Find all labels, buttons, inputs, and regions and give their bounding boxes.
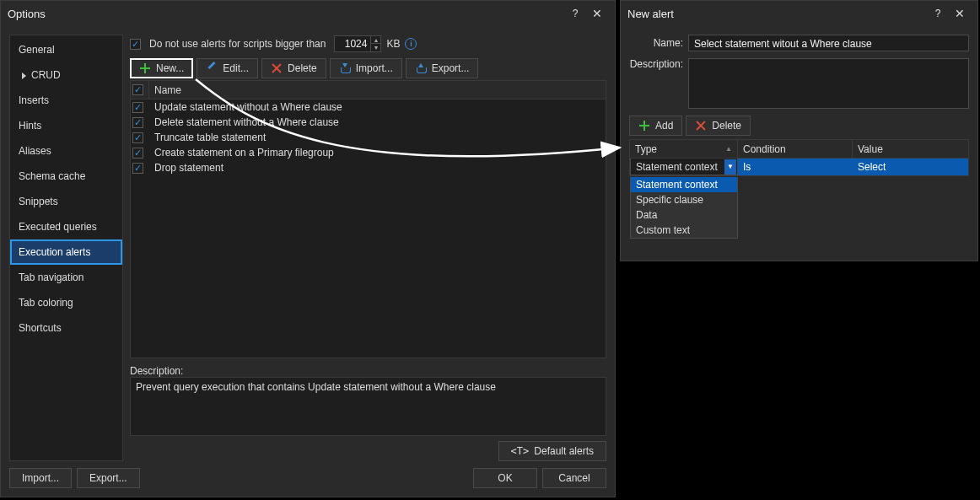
header-type[interactable]: Type ▲ xyxy=(630,140,738,158)
grid-header-name[interactable]: Name xyxy=(149,81,606,99)
type-dropdown-popup: Statement context Specific clause Data C… xyxy=(630,177,738,239)
chevron-down-icon[interactable]: ▼ xyxy=(724,159,736,175)
select-all-checkbox[interactable] xyxy=(132,84,143,95)
import-button[interactable]: Import... xyxy=(330,58,402,78)
help-icon[interactable]: ? xyxy=(927,3,949,24)
new-alert-window: New alert ? ✕ Name: Select statement wit… xyxy=(620,0,978,261)
x-icon xyxy=(271,62,283,74)
export-icon xyxy=(415,62,427,74)
x-icon xyxy=(695,120,707,132)
ok-button[interactable]: OK xyxy=(473,468,537,488)
rules-grid: Type ▲ Condition Value Statement context… xyxy=(629,139,969,176)
sort-asc-icon: ▲ xyxy=(725,145,732,153)
row-checkbox[interactable] xyxy=(132,163,143,174)
plus-icon xyxy=(139,62,151,74)
header-value[interactable]: Value xyxy=(853,140,968,158)
new-alert-titlebar: New alert ? ✕ xyxy=(621,1,977,26)
header-condition[interactable]: Condition xyxy=(738,140,853,158)
alerts-grid: Name Update statement without a Where cl… xyxy=(130,80,606,358)
type-dropdown[interactable]: Statement context ▼ xyxy=(630,159,738,175)
alert-description-label: Description: xyxy=(629,58,688,70)
alert-row[interactable]: Drop statement xyxy=(131,160,606,175)
cancel-button[interactable]: Cancel xyxy=(542,468,606,488)
alerts-toolbar: New... Edit... Delete Import... xyxy=(130,58,606,78)
options-window: Options ? ✕ General CRUD Inserts Hints A… xyxy=(0,0,616,497)
size-value[interactable]: 1024 xyxy=(335,38,370,50)
sidebar-item-executed-queries[interactable]: Executed queries xyxy=(10,214,122,239)
name-field[interactable]: Select statement witout a Where clause xyxy=(688,35,969,51)
info-icon[interactable]: i xyxy=(405,38,417,50)
help-icon[interactable]: ? xyxy=(564,3,586,24)
sidebar-item-inserts[interactable]: Inserts xyxy=(10,88,122,113)
sidebar-item-hints[interactable]: Hints xyxy=(10,113,122,138)
description-box: Prevent query execution that contains Up… xyxy=(130,377,606,436)
dropdown-option[interactable]: Data xyxy=(631,207,737,223)
options-sidebar: General CRUD Inserts Hints Aliases Schem… xyxy=(9,35,123,461)
close-icon[interactable]: ✕ xyxy=(949,3,971,24)
size-spinbox[interactable]: 1024 ▲▼ xyxy=(334,35,381,52)
new-button[interactable]: New... xyxy=(130,58,193,78)
value-cell[interactable]: Select xyxy=(853,159,968,175)
spin-arrows[interactable]: ▲▼ xyxy=(370,36,380,51)
rule-row[interactable]: Statement context ▼ Is Select xyxy=(630,159,968,175)
name-label: Name: xyxy=(629,37,688,49)
size-unit: KB xyxy=(386,38,400,50)
sidebar-item-schema-cache[interactable]: Schema cache xyxy=(10,164,122,189)
footer-export-button[interactable]: Export... xyxy=(77,468,140,488)
close-icon[interactable]: ✕ xyxy=(586,3,608,24)
alert-row[interactable]: Update statement without a Where clause xyxy=(131,99,606,115)
sidebar-item-crud[interactable]: CRUD xyxy=(10,62,122,88)
sidebar-item-execution-alerts[interactable]: Execution alerts xyxy=(10,239,122,265)
condition-cell[interactable]: Is xyxy=(738,159,853,175)
plus-icon xyxy=(638,120,650,132)
options-title: Options xyxy=(8,8,46,20)
row-checkbox[interactable] xyxy=(132,132,143,143)
sidebar-item-general[interactable]: General xyxy=(10,37,122,62)
dropdown-option[interactable]: Specific clause xyxy=(631,192,737,207)
reset-icon: <T> xyxy=(511,445,530,457)
alert-row[interactable]: Create statement on a Primary filegroup xyxy=(131,145,606,160)
import-icon xyxy=(339,62,351,74)
sidebar-item-aliases[interactable]: Aliases xyxy=(10,138,122,164)
export-button[interactable]: Export... xyxy=(406,58,479,78)
alert-row[interactable]: Delete statement without a Where clause xyxy=(131,115,606,130)
dropdown-option[interactable]: Statement context xyxy=(631,177,737,192)
footer-import-button[interactable]: Import... xyxy=(9,468,72,488)
sidebar-item-snippets[interactable]: Snippets xyxy=(10,189,122,214)
alert-row[interactable]: Truncate table statement xyxy=(131,130,606,145)
options-titlebar: Options ? ✕ xyxy=(1,1,615,26)
new-alert-title: New alert xyxy=(627,8,674,20)
alert-description-field[interactable] xyxy=(688,58,969,109)
dont-use-alerts-checkbox[interactable] xyxy=(130,39,141,50)
default-alerts-button[interactable]: <T> Default alerts xyxy=(498,441,606,461)
pencil-icon xyxy=(206,62,218,74)
row-checkbox[interactable] xyxy=(132,148,143,159)
delete-button[interactable]: Delete xyxy=(261,58,326,78)
sidebar-item-tab-navigation[interactable]: Tab navigation xyxy=(10,265,122,290)
description-label: Description: xyxy=(130,365,606,377)
sidebar-item-tab-coloring[interactable]: Tab coloring xyxy=(10,290,122,315)
sidebar-item-shortcuts[interactable]: Shortcuts xyxy=(10,315,122,341)
row-checkbox[interactable] xyxy=(132,117,143,128)
dont-use-alerts-label: Do not use alerts for scripts bigger tha… xyxy=(149,38,326,50)
delete-rule-button[interactable]: Delete xyxy=(686,116,751,136)
row-checkbox[interactable] xyxy=(132,102,143,113)
dropdown-option[interactable]: Custom text xyxy=(631,223,737,238)
edit-button[interactable]: Edit... xyxy=(197,58,258,78)
add-rule-button[interactable]: Add xyxy=(629,116,682,136)
